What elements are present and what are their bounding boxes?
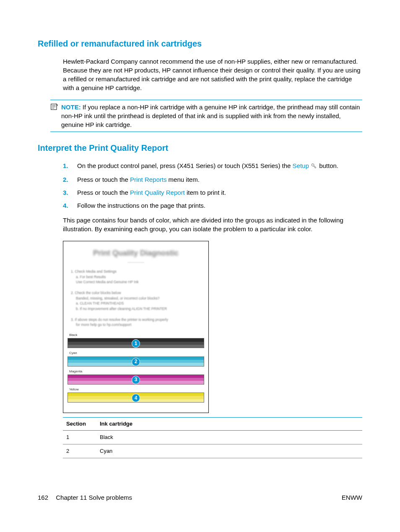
ink-table: Section Ink cartridge 1 Black 2 Cyan [63,417,362,459]
band-label: Magenta [68,369,204,374]
diagram-subtitle: ─────── [63,260,208,265]
cell-section: 1 [63,431,96,444]
text: item to print it. [185,189,226,196]
cell-cartridge: Cyan [96,444,362,458]
step-num: 4. [63,201,77,210]
paragraph-bands: This page contains four bands of color, … [63,216,362,233]
diagram-instructions: 1. Check Media and Settings a. For best … [63,269,208,328]
step-2: 2. Press or touch the Print Reports menu… [63,175,362,184]
paragraph-refilled: Hewlett-Packard Company cannot recommend… [63,57,362,92]
step-text: Follow the instructions on the page that… [77,201,205,210]
step-text: On the product control panel, press (X45… [77,161,338,171]
callout-4: 4 [132,394,140,402]
diagram-title: Print Quality Diagnostic [63,248,208,258]
step-1: 1. On the product control panel, press (… [63,161,362,171]
table-row: 2 Cyan [63,444,362,458]
th-cartridge: Ink cartridge [96,417,362,430]
band-magenta: Magenta 3 [63,369,208,385]
band-black: Black 1 [63,333,208,348]
note-text: If you replace a non-HP ink cartridge wi… [61,103,360,128]
footer-right: ENWW [342,493,362,502]
band-label: Cyan [68,351,204,355]
th-section: Section [63,417,96,430]
callout-3: 3 [132,376,140,384]
link-pq-report[interactable]: Print Quality Report [130,189,185,196]
band-label: Black [68,333,204,337]
cell-cartridge: Black [96,431,362,444]
note-icon [50,103,59,113]
step-text: Press or touch the Print Quality Report … [77,188,226,197]
table-header-row: Section Ink cartridge [63,417,362,430]
text: menu item. [166,176,199,183]
step-3: 3. Press or touch the Print Quality Repo… [63,188,362,197]
text: On the product control panel, press (X45… [77,162,293,169]
callout-1: 1 [132,339,140,348]
steps-list: 1. On the product control panel, press (… [63,161,362,210]
step-4: 4. Follow the instructions on the page t… [63,201,362,210]
note-label: NOTE: [61,103,81,111]
callout-2: 2 [132,358,140,366]
page-number: 162 [38,494,48,501]
note-box: NOTE: If you replace a non-HP ink cartri… [50,100,362,132]
footer-left: 162 Chapter 11 Solve problems [38,493,132,502]
link-setup[interactable]: Setup [293,162,309,169]
table-row: 1 Black [63,431,362,444]
heading-refilled: Refilled or remanufactured ink cartridge… [38,38,362,49]
diagram-print-quality: Print Quality Diagnostic ─────── 1. Chec… [63,241,209,413]
note-content: NOTE: If you replace a non-HP ink cartri… [61,103,362,129]
step-num: 3. [63,188,77,197]
heading-interpret: Interpret the Print Quality Report [38,142,362,154]
page-footer: 162 Chapter 11 Solve problems ENWW [38,493,362,502]
step-num: 1. [63,161,77,171]
cell-section: 2 [63,444,96,458]
step-text: Press or touch the Print Reports menu it… [77,175,200,184]
chapter-title: Chapter 11 Solve problems [56,494,132,501]
band-cyan: Cyan 2 [63,351,208,366]
wrench-icon [311,162,317,171]
text: button. [317,162,338,169]
link-print-reports[interactable]: Print Reports [130,176,167,183]
step-num: 2. [63,175,77,184]
text: Press or touch the [77,189,130,196]
text: Press or touch the [77,176,130,183]
band-yellow: Yellow 4 [63,387,208,403]
band-label: Yellow [68,387,204,392]
